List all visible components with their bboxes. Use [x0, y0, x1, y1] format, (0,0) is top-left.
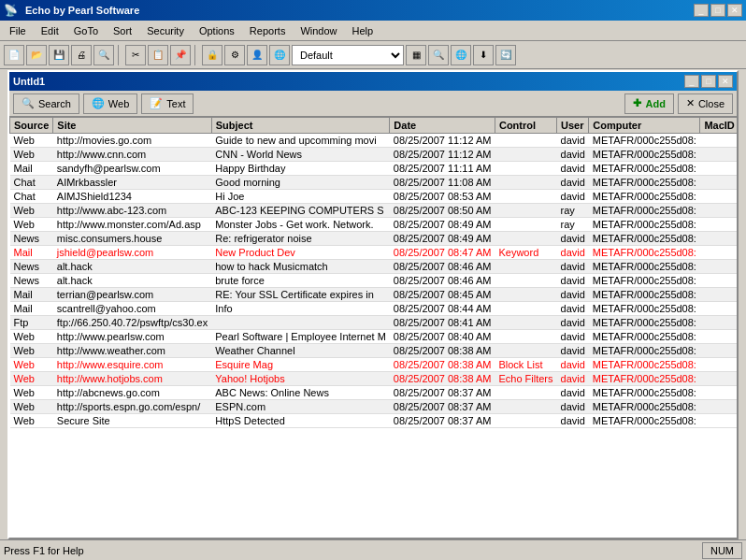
cut-button[interactable]: ✂ [125, 45, 146, 65]
search-toolbar-button[interactable]: 🔍 [428, 45, 449, 65]
menu-help[interactable]: Help [345, 23, 381, 38]
toolbar: 📄 📂 💾 🖨 🔍 ✂ 📋 📌 🔒 ⚙ 👤 🌐 Default ▦ 🔍 🌐 ⬇ … [0, 41, 746, 69]
paste-button[interactable]: 📌 [170, 45, 191, 65]
menu-sort[interactable]: Sort [106, 23, 139, 38]
title-bar-controls: _ □ ✕ [694, 4, 742, 17]
down-button[interactable]: ⬇ [473, 45, 494, 65]
profile-select[interactable]: Default [292, 45, 404, 65]
separator-1 [118, 45, 122, 65]
app-icon: 📡 [4, 4, 18, 17]
menu-file[interactable]: File [2, 23, 34, 38]
web-toolbar-button[interactable]: 🌐 [451, 45, 471, 65]
menu-reports[interactable]: Reports [242, 23, 294, 38]
title-bar: 📡 Echo by Pearl Software _ □ ✕ [0, 0, 746, 21]
refresh-button[interactable]: 🔄 [495, 45, 516, 65]
copy-button[interactable]: 📋 [148, 45, 168, 65]
menu-goto[interactable]: GoTo [66, 23, 106, 38]
open-button[interactable]: 📂 [26, 45, 47, 65]
new-button[interactable]: 📄 [4, 45, 24, 65]
print-button[interactable]: 🖨 [71, 45, 92, 65]
menu-security[interactable]: Security [139, 23, 192, 38]
menu-bar: File Edit GoTo Sort Security Options Rep… [0, 21, 746, 41]
menu-edit[interactable]: Edit [34, 23, 66, 38]
menu-options[interactable]: Options [192, 23, 242, 38]
save-button[interactable]: 💾 [49, 45, 69, 65]
menu-window[interactable]: Window [293, 23, 344, 38]
separator-2 [194, 45, 198, 65]
settings-button[interactable]: ⚙ [224, 45, 245, 65]
app-title: Echo by Pearl Software [25, 5, 139, 16]
preview-button[interactable]: 🔍 [93, 45, 114, 65]
world-button[interactable]: 🌐 [269, 45, 290, 65]
user-button[interactable]: 👤 [247, 45, 267, 65]
view-button[interactable]: ▦ [406, 45, 426, 65]
close-button[interactable]: ✕ [727, 4, 742, 17]
title-bar-left: 📡 Echo by Pearl Software [4, 4, 139, 17]
minimize-button[interactable]: _ [694, 4, 709, 17]
maximize-button[interactable]: □ [710, 4, 725, 17]
lock-button[interactable]: 🔒 [202, 45, 222, 65]
